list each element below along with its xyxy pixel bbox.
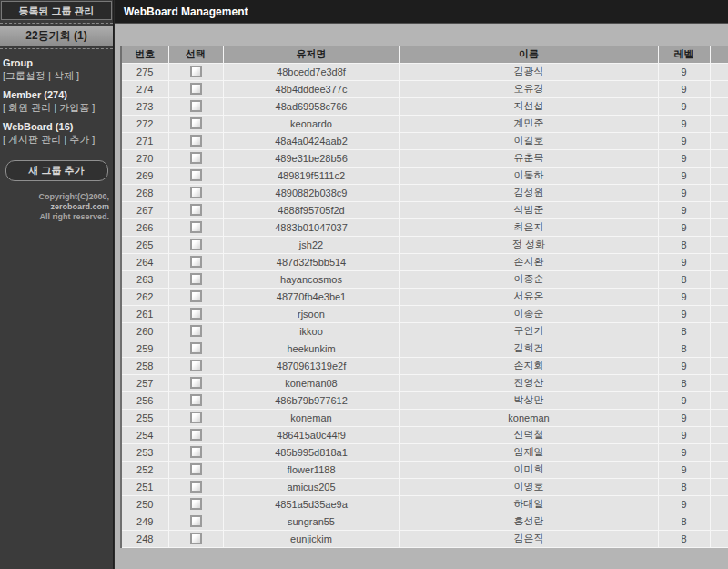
row-checkbox[interactable]: [190, 533, 202, 544]
row-checkbox[interactable]: [190, 152, 202, 164]
table-row: 249sungran55홍성란8: [121, 513, 728, 530]
section-links-webboard[interactable]: [ 게시판 관리 | 추가 ]: [3, 133, 110, 146]
sidebar-sections: Group [그룹설정 | 삭제 ] Member (274) [ 회원 관리 …: [0, 52, 113, 146]
row-number: 262: [121, 288, 168, 305]
row-checkbox[interactable]: [190, 515, 202, 527]
row-checkbox[interactable]: [190, 290, 202, 302]
row-checkbox[interactable]: [190, 239, 202, 250]
row-level: 9: [658, 461, 710, 478]
row-level: 9: [658, 409, 710, 426]
row-select-cell: [168, 374, 223, 391]
row-name: 이종순: [399, 305, 658, 322]
row-cutoff-cell: [710, 495, 728, 513]
table-row: 251amicus205이영호8: [121, 478, 728, 495]
row-name: 구인기: [399, 322, 658, 340]
row-number: 272: [121, 115, 168, 132]
row-cutoff-cell: [710, 426, 728, 443]
row-name: 손지회: [399, 357, 658, 374]
row-level: 8: [658, 270, 710, 288]
row-username: sungran55: [223, 513, 399, 530]
registered-group-admin-header: 등록된 그룹 관리: [1, 1, 112, 20]
row-number: 250: [121, 495, 168, 513]
row-number: 268: [121, 184, 168, 201]
section-title-webboard: WebBoard (16): [3, 120, 110, 133]
table-row: 2674888f95705f2d석범준9: [121, 201, 728, 218]
row-checkbox[interactable]: [190, 169, 202, 181]
section-links-group[interactable]: [그룹설정 | 삭제 ]: [3, 69, 110, 82]
row-checkbox[interactable]: [190, 256, 202, 268]
row-select-cell: [168, 530, 223, 547]
current-group-title[interactable]: 22등기회 (1): [0, 26, 113, 46]
table-row: 257koneman08진영산8: [121, 374, 728, 391]
row-checkbox[interactable]: [190, 377, 202, 389]
row-checkbox[interactable]: [190, 481, 202, 493]
row-checkbox[interactable]: [190, 394, 202, 406]
row-name: 지선섭: [399, 97, 658, 115]
row-level: 8: [658, 374, 710, 391]
row-select-cell: [168, 236, 223, 253]
row-username: amicus205: [223, 478, 399, 495]
row-level: 9: [658, 184, 710, 201]
row-checkbox[interactable]: [190, 429, 202, 441]
row-checkbox[interactable]: [190, 463, 202, 475]
row-username: keonardo: [223, 115, 399, 132]
row-checkbox[interactable]: [190, 498, 202, 510]
column-header-level: 레벨: [658, 46, 710, 63]
row-checkbox[interactable]: [190, 187, 202, 198]
row-name: 신덕철: [399, 426, 658, 443]
row-cutoff-cell: [710, 270, 728, 288]
row-name: 진영산: [399, 374, 658, 391]
row-select-cell: [168, 63, 223, 80]
row-name: 김성원: [399, 184, 658, 201]
row-checkbox[interactable]: [190, 204, 202, 216]
row-checkbox[interactable]: [190, 100, 202, 112]
row-cutoff-cell: [710, 322, 728, 340]
row-level: 9: [658, 132, 710, 149]
row-number: 261: [121, 305, 168, 322]
row-checkbox[interactable]: [190, 221, 202, 233]
row-number: 260: [121, 322, 168, 340]
row-checkbox[interactable]: [190, 83, 202, 95]
column-header-name: 이름: [399, 46, 658, 63]
row-checkbox[interactable]: [190, 308, 202, 320]
row-username: 487d32f5bb514: [223, 253, 399, 270]
row-level: 9: [658, 391, 710, 409]
new-group-button[interactable]: 새 그룹 추가: [5, 160, 108, 181]
copyright-brand: zeroboard.com: [50, 202, 109, 211]
row-username: hayancosmos: [223, 270, 399, 288]
row-username: 489e31be28b56: [223, 149, 399, 167]
row-level: 8: [658, 236, 710, 253]
row-select-cell: [168, 340, 223, 357]
page-title: WebBoard Management: [115, 0, 728, 24]
row-username: 48ad69958c766: [223, 97, 399, 115]
row-checkbox[interactable]: [190, 412, 202, 423]
row-cutoff-cell: [710, 218, 728, 236]
row-checkbox[interactable]: [190, 342, 202, 354]
row-select-cell: [168, 115, 223, 132]
row-username: 4870961319e2f: [223, 357, 399, 374]
row-number: 269: [121, 167, 168, 184]
row-username: heekunkim: [223, 340, 399, 357]
section-links-member[interactable]: [ 회원 관리 | 가입폼 ]: [3, 101, 110, 114]
row-level: 9: [658, 218, 710, 236]
table-row: 272keonardo계민준9: [121, 115, 728, 132]
row-name: 석범준: [399, 201, 658, 218]
row-checkbox[interactable]: [190, 446, 202, 458]
table-row: 263hayancosmos이종순8: [121, 270, 728, 288]
row-select-cell: [168, 426, 223, 443]
row-level: 9: [658, 357, 710, 374]
table-row: 269489819f5111c2이동하9: [121, 167, 728, 184]
row-select-cell: [168, 391, 223, 409]
row-select-cell: [168, 305, 223, 322]
row-cutoff-cell: [710, 184, 728, 201]
row-select-cell: [168, 357, 223, 374]
row-checkbox[interactable]: [190, 273, 202, 285]
row-checkbox[interactable]: [190, 135, 202, 147]
row-checkbox[interactable]: [190, 325, 202, 337]
row-checkbox[interactable]: [190, 360, 202, 371]
row-checkbox[interactable]: [190, 66, 202, 77]
row-checkbox[interactable]: [190, 117, 202, 129]
table-row: 2684890882b038c9김성원9: [121, 184, 728, 201]
section-title-member: Member (274): [3, 88, 110, 101]
row-level: 9: [658, 201, 710, 218]
